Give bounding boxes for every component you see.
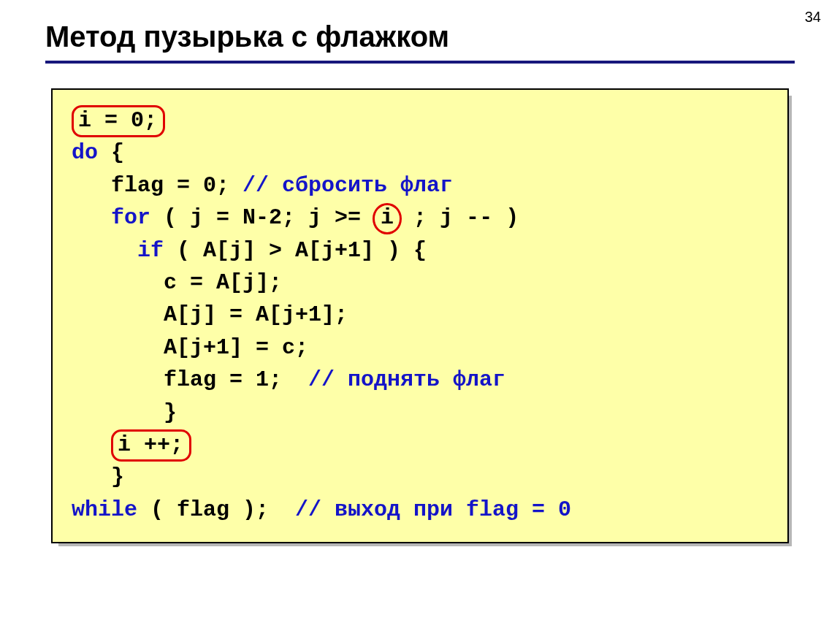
code-text: flag = 0; [72,173,243,198]
code-text: } [72,400,177,425]
keyword-if: if [72,238,164,263]
keyword-for: for [72,205,150,230]
highlight-box-increment: i ++; [111,429,191,462]
comment-reset-flag: // сбросить флаг [243,173,453,198]
code-text: } [72,464,124,489]
code-text: с = A[j]; [72,270,282,295]
title-underline [45,61,795,64]
keyword-do: do [72,140,98,165]
code-text: A[j+1] = с; [72,335,308,360]
code-text: flag = 1; [72,367,308,392]
slide-title: Метод пузырька с флажком [45,20,795,53]
code-text [72,432,111,457]
comment-exit: // выход при flag = 0 [295,497,571,522]
header: Метод пузырька с флажком [0,0,840,64]
code-box: i = 0; do { flag = 0; // сбросить флаг f… [51,88,789,543]
code-text: { [98,140,124,165]
code-text: A[j] = A[j+1]; [72,302,348,327]
comment-raise-flag: // поднять флаг [308,367,505,392]
code-text: ( A[j] > A[j+1] ) { [164,238,427,263]
code-text: ( j = N-2; j >= [150,205,374,230]
code-text: ( flag ); [137,497,295,522]
page-number: 34 [805,9,821,26]
keyword-while: while [72,497,137,522]
highlight-box-init: i = 0; [72,105,165,137]
highlight-circle-i: i [373,203,402,234]
code-block: i = 0; do { flag = 0; // сбросить флаг f… [51,88,789,543]
code-text: ; j -- ) [400,205,519,230]
